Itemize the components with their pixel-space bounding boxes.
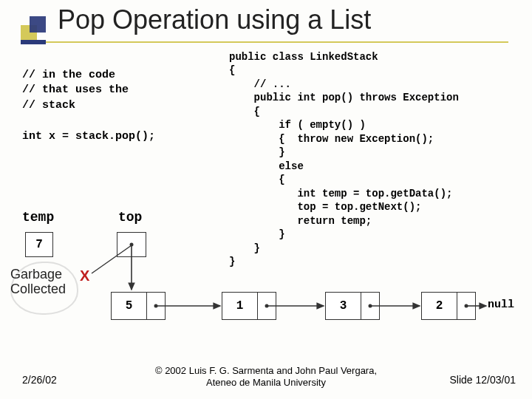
footer-copyright-line2: Ateneo de Manila University <box>206 377 326 388</box>
usage-call: int x = stack.pop(); <box>22 130 155 143</box>
node-value: 3 <box>326 293 361 319</box>
footer-copyright-line1: © 2002 Luis F. G. Sarmenta and John Paul… <box>155 365 377 376</box>
list-node: 1 <box>222 292 276 320</box>
null-label: null <box>488 299 514 311</box>
garbage-label-line1: Garbage <box>10 267 62 282</box>
garbage-label-line2: Collected <box>10 282 66 296</box>
temp-var-label: temp <box>22 210 54 225</box>
node-next-pointer <box>361 293 379 319</box>
top-pointer-label: top <box>118 210 142 225</box>
node-value: 1 <box>222 293 258 319</box>
node-value: 5 <box>112 293 147 319</box>
list-node: 3 <box>325 292 380 320</box>
garbage-collected-label: Garbage Collected <box>10 267 66 297</box>
list-node: 5 <box>111 292 166 320</box>
list-node: 2 <box>421 292 476 320</box>
node-next-pointer <box>147 293 165 319</box>
footer-slide-number: Slide 12/03/01 <box>449 374 516 386</box>
temp-value-box: 7 <box>25 232 53 257</box>
node-value: 2 <box>422 293 457 319</box>
slide-accent-mark <box>21 16 46 41</box>
node-next-pointer <box>457 293 475 319</box>
slide-title: Pop Operation using a List <box>58 4 371 35</box>
linkedstack-code: public class LinkedStack { // ... public… <box>229 50 459 269</box>
node-next-pointer <box>258 293 276 319</box>
top-pointer-box <box>117 232 146 257</box>
red-x-icon: X <box>80 267 89 284</box>
usage-comment: // in the code // that uses the // stack <box>22 68 129 113</box>
title-underline <box>21 41 508 43</box>
